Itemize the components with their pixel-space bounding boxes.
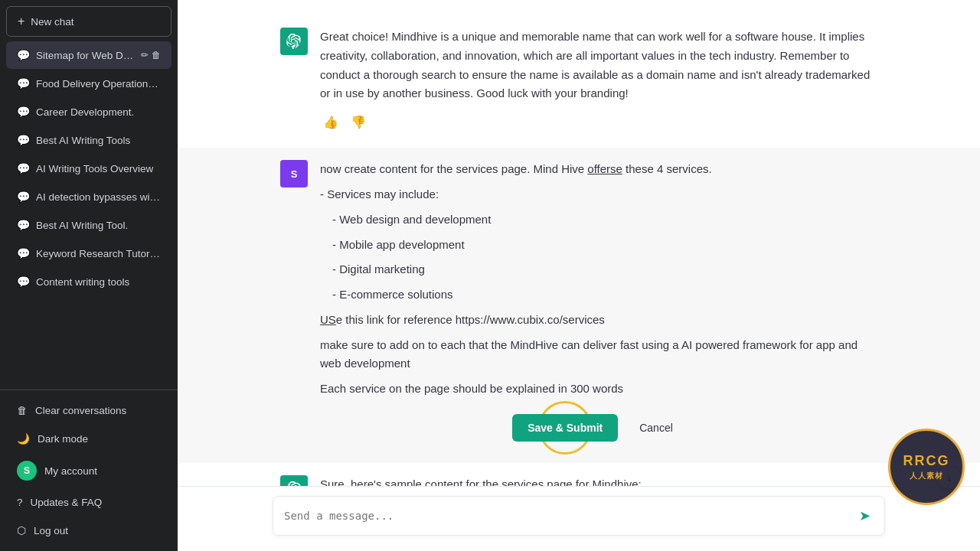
sidebar-item-best-ai-tool[interactable]: 💬 Best AI Writing Tool.	[6, 211, 172, 239]
sidebar-item-content-writing[interactable]: 💬 Content writing tools	[6, 268, 172, 295]
sidebar-item-best-ai-writing[interactable]: 💬 Best AI Writing Tools	[6, 126, 172, 154]
chat-icon: 💬	[17, 219, 30, 231]
updates-faq-label: Updates & FAQ	[31, 497, 103, 508]
save-submit-container: Save & Submit Cancel	[320, 405, 877, 451]
sidebar-item-label: AI detection bypasses with C	[36, 191, 161, 203]
sidebar-item-label: AI Writing Tools Overview	[36, 163, 161, 174]
sidebar-item-food-delivery[interactable]: 💬 Food Delivery Operations Ma	[6, 70, 172, 97]
assistant-avatar-2	[280, 475, 308, 486]
dark-mode-label: Dark mode	[38, 433, 88, 445]
assistant-message-2-row: Sure, here's sample content for the serv…	[250, 463, 908, 486]
chat-icon: 💬	[17, 247, 30, 259]
input-area: ➤	[178, 486, 980, 551]
user-avatar: S	[280, 160, 308, 187]
dark-mode-button[interactable]: 🌙 Dark mode	[6, 425, 172, 452]
sidebar-bottom: 🗑 Clear conversations 🌙 Dark mode S My a…	[0, 390, 178, 551]
chat-icon: 💬	[17, 162, 30, 174]
send-button[interactable]: ➤	[856, 504, 874, 527]
sidebar-item-label: Best AI Writing Tools	[36, 135, 161, 146]
sidebar-item-keyword-research[interactable]: 💬 Keyword Research Tutorial.	[6, 240, 172, 267]
thumbs-up-icon[interactable]: 👍	[320, 109, 341, 135]
new-chat-button[interactable]: + New chat	[6, 6, 172, 37]
edit-icon[interactable]: ✏	[141, 50, 149, 60]
message-row: Great choice! Mindhive is a unique and m…	[250, 15, 908, 148]
assistant-message-text: Great choice! Mindhive is a unique and m…	[320, 28, 877, 135]
clear-conversations-button[interactable]: 🗑 Clear conversations	[6, 397, 172, 424]
chat-messages: Great choice! Mindhive is a unique and m…	[178, 0, 980, 486]
question-icon: ?	[17, 497, 23, 508]
main-content: Great choice! Mindhive is a unique and m…	[178, 0, 980, 551]
log-out-button[interactable]: ⬡ Log out	[6, 517, 172, 544]
cancel-button[interactable]: Cancel	[627, 414, 685, 442]
sidebar-item-label: Career Development.	[36, 106, 161, 118]
chat-icon: 💬	[17, 276, 30, 288]
sidebar-item-ai-detection[interactable]: 💬 AI detection bypasses with C	[6, 183, 172, 210]
chat-icon: 💬	[17, 191, 30, 203]
moon-icon: 🌙	[17, 432, 30, 445]
chevron-down-icon: ↓	[947, 471, 952, 484]
sidebar-item-label: Food Delivery Operations Ma	[36, 78, 161, 90]
send-icon: ➤	[859, 508, 871, 523]
sidebar-item-career-dev[interactable]: 💬 Career Development.	[6, 98, 172, 126]
plus-icon: +	[18, 15, 24, 28]
clear-conversations-label: Clear conversations	[35, 405, 126, 416]
trash-icon[interactable]: 🗑	[152, 50, 161, 60]
chat-icon: 💬	[17, 106, 30, 118]
chat-icon: 💬	[17, 77, 30, 90]
assistant-message-2-text: Sure, here's sample content for the serv…	[320, 475, 877, 486]
trash-icon: 🗑	[17, 405, 28, 416]
sidebar-item-ai-writing-overview[interactable]: 💬 AI Writing Tools Overview	[6, 155, 172, 182]
user-message-wrapper: S now create content for the services pa…	[178, 148, 980, 463]
my-account-label: My account	[44, 465, 97, 477]
logout-icon: ⬡	[17, 524, 26, 536]
my-account-button[interactable]: S My account	[6, 453, 172, 488]
sidebar-item-label: Sitemap for Web Devel	[36, 50, 135, 61]
save-submit-button[interactable]: Save & Submit	[512, 414, 618, 442]
assistant-avatar	[280, 28, 308, 55]
chat-input[interactable]	[284, 508, 856, 524]
chat-icon: 💬	[17, 134, 30, 146]
scroll-down-button[interactable]: ↓	[937, 465, 962, 490]
sidebar-item-label: Best AI Writing Tool.	[36, 220, 161, 231]
sidebar-item-label: Content writing tools	[36, 276, 161, 288]
user-message-row: S now create content for the services pa…	[250, 148, 908, 463]
message-actions: 👍 👎	[320, 109, 877, 135]
sidebar-item-sitemap-web[interactable]: 💬 Sitemap for Web Devel ✏ 🗑	[6, 41, 172, 69]
log-out-label: Log out	[34, 525, 68, 536]
save-submit-ring: Save & Submit	[512, 414, 618, 442]
avatar: S	[17, 461, 37, 481]
sidebar-item-label: Keyword Research Tutorial.	[36, 248, 161, 259]
input-box: ➤	[273, 496, 885, 536]
thumbs-down-icon[interactable]: 👎	[348, 109, 369, 135]
chat-list: 💬 Sitemap for Web Devel ✏ 🗑 💬 Food Deliv…	[0, 37, 178, 390]
updates-faq-button[interactable]: ? Updates & FAQ	[6, 489, 172, 516]
chat-icon: 💬	[17, 49, 30, 61]
new-chat-label: New chat	[31, 16, 74, 28]
sidebar: + New chat 💬 Sitemap for Web Devel ✏ 🗑 💬…	[0, 0, 178, 551]
user-message-text: now create content for the services page…	[320, 160, 877, 451]
